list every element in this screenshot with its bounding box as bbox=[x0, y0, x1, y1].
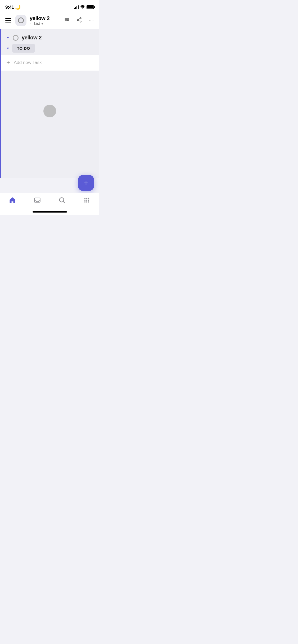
header: yellow 2 ≔ List ∨ bbox=[0, 13, 99, 29]
project-view[interactable]: ≔ List ∨ bbox=[30, 21, 49, 26]
header-right: ··· bbox=[63, 16, 95, 25]
loading-indicator bbox=[43, 105, 56, 117]
left-accent-bar bbox=[0, 29, 1, 178]
more-button[interactable]: ··· bbox=[87, 16, 95, 25]
svg-point-23 bbox=[88, 200, 89, 201]
section-circle-icon bbox=[13, 35, 19, 41]
tab-search[interactable] bbox=[50, 196, 75, 206]
section-title: yellow 2 bbox=[22, 35, 42, 41]
project-info: yellow 2 ≔ List ∨ bbox=[30, 15, 49, 26]
svg-point-25 bbox=[86, 201, 88, 203]
svg-point-22 bbox=[86, 200, 88, 201]
header-left: yellow 2 ≔ List ∨ bbox=[4, 15, 49, 26]
signal-icon bbox=[74, 5, 79, 9]
share-icon bbox=[76, 17, 82, 23]
status-time: 9:41 🌙 bbox=[5, 4, 21, 10]
wifi-icon bbox=[80, 5, 85, 10]
svg-line-13 bbox=[78, 18, 80, 19]
svg-line-17 bbox=[64, 201, 65, 203]
share-button[interactable] bbox=[75, 16, 83, 25]
collapse-section-arrow[interactable]: ▼ bbox=[6, 36, 10, 40]
tab-inbox[interactable] bbox=[25, 196, 50, 206]
project-avatar bbox=[15, 15, 26, 26]
section-header: ▼ yellow 2 bbox=[0, 29, 99, 44]
fab-add-button[interactable]: + bbox=[78, 175, 94, 191]
fab-plus-icon: + bbox=[84, 179, 88, 187]
view-label: List bbox=[34, 21, 40, 26]
tab-home[interactable] bbox=[0, 196, 25, 206]
add-task-plus-icon: + bbox=[6, 59, 10, 66]
apps-icon bbox=[83, 196, 91, 206]
svg-point-21 bbox=[84, 200, 86, 201]
moon-icon: 🌙 bbox=[15, 5, 21, 10]
search-icon bbox=[58, 196, 66, 206]
add-task-label: Add new Task bbox=[14, 60, 42, 65]
menu-button[interactable] bbox=[4, 17, 12, 24]
svg-point-26 bbox=[88, 201, 89, 203]
project-avatar-circle bbox=[18, 17, 24, 23]
status-group: ▼ TO DO bbox=[0, 44, 99, 53]
tab-apps[interactable] bbox=[74, 196, 99, 206]
svg-point-24 bbox=[84, 201, 86, 203]
home-indicator bbox=[33, 211, 67, 213]
svg-point-20 bbox=[88, 198, 89, 199]
chevron-down-icon: ∨ bbox=[41, 22, 43, 25]
status-icons bbox=[74, 5, 94, 10]
status-bar: 9:41 🌙 bbox=[0, 0, 99, 13]
collapse-status-arrow[interactable]: ▼ bbox=[6, 47, 10, 50]
content-area: ▼ yellow 2 ▼ TO DO + Add new Task bbox=[0, 29, 99, 178]
svg-point-19 bbox=[86, 198, 88, 199]
status-badge: TO DO bbox=[12, 44, 35, 53]
add-task-row[interactable]: + Add new Task bbox=[0, 55, 99, 71]
home-icon bbox=[9, 196, 16, 206]
status-row: ▼ TO DO bbox=[6, 44, 95, 53]
filter-button[interactable] bbox=[63, 16, 71, 25]
filter-icon bbox=[64, 17, 70, 23]
view-icon: ≔ bbox=[30, 21, 33, 25]
battery-icon bbox=[87, 5, 94, 9]
inbox-icon bbox=[34, 196, 41, 206]
svg-point-18 bbox=[84, 198, 86, 199]
svg-point-0 bbox=[82, 8, 83, 8]
svg-line-14 bbox=[78, 20, 80, 21]
project-name: yellow 2 bbox=[30, 15, 49, 21]
